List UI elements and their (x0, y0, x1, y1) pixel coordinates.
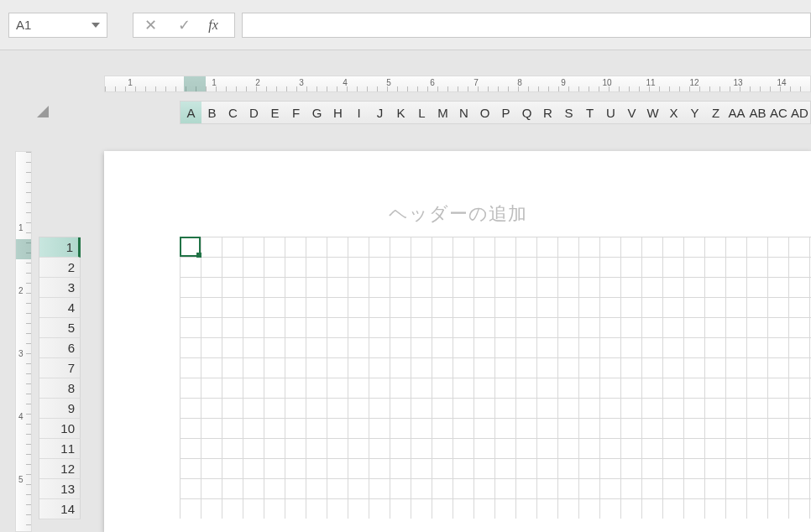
row-header-column[interactable]: 1234567891011121314 (39, 237, 81, 519)
column-header-F[interactable]: F (285, 102, 306, 123)
formula-input[interactable] (242, 13, 811, 38)
h-ruler-number: 5 (386, 78, 391, 87)
select-all-triangle[interactable] (32, 101, 49, 117)
column-header-G[interactable]: G (306, 102, 327, 123)
h-ruler-number: 11 (646, 78, 655, 87)
h-ruler-number: 13 (733, 78, 742, 87)
h-ruler-number: 6 (430, 78, 435, 87)
column-header-Y[interactable]: Y (684, 102, 705, 123)
row-header-13[interactable]: 13 (39, 479, 81, 499)
row-header-6[interactable]: 6 (39, 338, 81, 358)
column-header-S[interactable]: S (558, 102, 579, 123)
column-header-R[interactable]: R (537, 102, 558, 123)
h-ruler-number: 10 (602, 78, 611, 87)
row-header-8[interactable]: 8 (39, 378, 81, 399)
cell-grid[interactable] (180, 237, 811, 519)
row-header-1[interactable]: 1 (39, 237, 81, 258)
h-ruler-number: 2 (255, 78, 260, 87)
enter-formula-button[interactable]: ✓ (167, 16, 201, 34)
v-ruler-number: 5 (18, 475, 24, 484)
row-header-3[interactable]: 3 (39, 278, 81, 298)
row-header-2[interactable]: 2 (39, 258, 81, 278)
v-ruler-indent-highlight (16, 239, 31, 259)
h-ruler-number: 3 (299, 78, 304, 87)
name-box-value: A1 (16, 18, 92, 32)
vertical-ruler[interactable]: 123456 (15, 151, 32, 532)
v-ruler-number: 2 (18, 286, 24, 295)
formula-buttons: ✕ ✓ fx (133, 13, 235, 38)
column-header-AA[interactable]: AA (726, 102, 747, 123)
column-header-Q[interactable]: Q (516, 102, 537, 123)
row-header-10[interactable]: 10 (39, 419, 81, 439)
column-header-AB[interactable]: AB (747, 102, 768, 123)
h-ruler-number: 12 (689, 78, 699, 87)
h-ruler-number: 14 (777, 78, 786, 87)
h-ruler-number: 9 (561, 78, 566, 87)
column-header-B[interactable]: B (201, 102, 222, 123)
column-header-A[interactable]: A (181, 102, 201, 123)
row-header-12[interactable]: 12 (39, 459, 81, 479)
h-ruler-indent-highlight (184, 76, 206, 91)
page: ヘッダーの追加 (104, 151, 811, 532)
h-ruler-number: 4 (343, 78, 348, 87)
name-box[interactable]: A1 (8, 13, 107, 38)
column-header-I[interactable]: I (348, 102, 369, 123)
column-header-T[interactable]: T (579, 102, 600, 123)
v-ruler-number: 3 (18, 349, 24, 358)
column-header-AC[interactable]: AC (768, 102, 789, 123)
column-header-L[interactable]: L (411, 102, 432, 123)
active-cell[interactable] (180, 237, 201, 257)
worksheet-area: 1123456789101112131415 ABCDEFGHIJKLMNOPQ… (0, 50, 811, 532)
v-ruler-number: 4 (18, 412, 24, 421)
row-header-5[interactable]: 5 (39, 318, 81, 338)
column-header-N[interactable]: N (453, 102, 474, 123)
chevron-down-icon[interactable] (92, 23, 100, 28)
column-header-C[interactable]: C (222, 102, 243, 123)
insert-function-button[interactable]: fx (201, 18, 234, 33)
h-ruler-number: 1 (128, 78, 133, 87)
column-header-M[interactable]: M (432, 102, 453, 123)
column-header-D[interactable]: D (243, 102, 264, 123)
column-header-P[interactable]: P (495, 102, 516, 123)
column-header-H[interactable]: H (327, 102, 348, 123)
h-ruler-number: 7 (474, 78, 479, 87)
column-header-AD[interactable]: AD (789, 102, 810, 123)
column-header-E[interactable]: E (264, 102, 285, 123)
row-header-14[interactable]: 14 (39, 499, 81, 519)
column-header-V[interactable]: V (621, 102, 642, 123)
row-header-9[interactable]: 9 (39, 399, 81, 419)
row-header-7[interactable]: 7 (39, 358, 81, 378)
horizontal-ruler[interactable]: 1123456789101112131415 (104, 76, 811, 92)
column-header-row[interactable]: ABCDEFGHIJKLMNOPQRSTUVWXYZAAABACAD (180, 101, 811, 124)
h-ruler-number: 8 (517, 78, 522, 87)
column-header-W[interactable]: W (642, 102, 663, 123)
row-header-4[interactable]: 4 (39, 298, 81, 318)
cancel-formula-button[interactable]: ✕ (133, 16, 167, 34)
column-header-X[interactable]: X (663, 102, 684, 123)
column-header-J[interactable]: J (369, 102, 390, 123)
row-header-11[interactable]: 11 (39, 439, 81, 459)
v-ruler-number: 1 (18, 223, 24, 232)
column-header-O[interactable]: O (474, 102, 495, 123)
column-header-K[interactable]: K (390, 102, 411, 123)
h-ruler-number: 1 (212, 78, 217, 87)
column-header-Z[interactable]: Z (705, 102, 726, 123)
formula-bar: A1 ✕ ✓ fx (0, 0, 811, 50)
header-placeholder[interactable]: ヘッダーの追加 (104, 201, 811, 227)
column-header-U[interactable]: U (600, 102, 621, 123)
